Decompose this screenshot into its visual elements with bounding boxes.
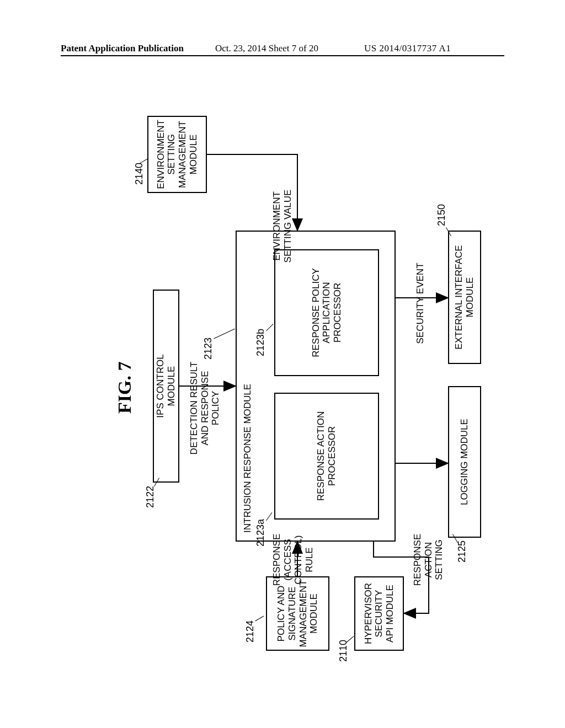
header-rule bbox=[61, 55, 504, 56]
box-env-setting-mgmt: ENVIRONMENT SETTING MANAGEMENT MODULE bbox=[147, 116, 207, 193]
label-response-action-setting: RESPONSE ACTION SETTING bbox=[412, 532, 445, 587]
box-policy-sig-mgmt: POLICY AND SIGNATURE MANAGEMENT MODULE bbox=[266, 576, 329, 651]
ref-hypervisor-api: 2110 bbox=[338, 640, 349, 662]
label-security-event: SECURITY EVENT bbox=[415, 262, 426, 345]
figure-title: FIG. 7 bbox=[114, 362, 135, 414]
ref-ips-control: 2122 bbox=[145, 486, 156, 508]
figure-area: FIG. 7 IPS CONTROL MODULE 2122 INTRUSION… bbox=[62, 88, 503, 673]
box-response-policy-proc-text: RESPONSE POLICY APPLICATION PROCESSOR bbox=[311, 268, 343, 357]
box-external-interface: EXTERNAL INTERFACE MODULE bbox=[448, 231, 481, 364]
tick-policy-sig-mgmt bbox=[255, 616, 264, 622]
header-left: Patent Application Publication bbox=[61, 43, 184, 54]
box-env-setting-mgmt-text: ENVIRONMENT SETTING MANAGEMENT MODULE bbox=[156, 120, 199, 189]
box-intrusion-response-title: INTRUSION RESPONSE MODULE bbox=[242, 384, 253, 533]
box-hypervisor-api-text: HYPERVISOR SECURITY API MODULE bbox=[363, 583, 396, 644]
box-policy-sig-mgmt-text: POLICY AND SIGNATURE MANAGEMENT MODULE bbox=[276, 580, 319, 647]
label-env-setting-value: ENVIRONMENT SETTING VALUE bbox=[271, 188, 293, 265]
box-ips-control: IPS CONTROL MODULE bbox=[153, 290, 179, 483]
ref-env-setting-mgmt: 2140 bbox=[134, 163, 145, 185]
header-middle: Oct. 23, 2014 Sheet 7 of 20 bbox=[215, 43, 318, 54]
box-logging: LOGGING MODULE bbox=[448, 386, 481, 538]
ref-logging: 2125 bbox=[456, 540, 468, 563]
box-hypervisor-api: HYPERVISOR SECURITY API MODULE bbox=[354, 576, 404, 651]
figure-rotated: FIG. 7 IPS CONTROL MODULE 2122 INTRUSION… bbox=[114, 110, 539, 662]
header-right: US 2014/0317737 A1 bbox=[364, 43, 451, 54]
label-response-rule: RESPONSE (ACCESS CONTROL) RULE bbox=[271, 532, 315, 587]
page: Patent Application Publication Oct. 23, … bbox=[0, 0, 565, 728]
box-response-action-proc: RESPONSE ACTION PROCESSOR bbox=[274, 393, 379, 520]
ref-response-action-proc: 2123a bbox=[255, 519, 266, 547]
box-external-interface-text: EXTERNAL INTERFACE MODULE bbox=[454, 245, 475, 349]
box-logging-text: LOGGING MODULE bbox=[459, 419, 470, 505]
ref-policy-sig-mgmt: 2124 bbox=[244, 620, 256, 643]
box-response-action-proc-text: RESPONSE ACTION PROCESSOR bbox=[316, 411, 337, 501]
box-response-policy-proc: RESPONSE POLICY APPLICATION PROCESSOR bbox=[274, 249, 379, 376]
label-detection-result: DETECTION RESULT AND RESPONSE POLICY bbox=[189, 353, 221, 463]
tick-intrusion-response bbox=[214, 329, 234, 339]
ref-response-policy-proc: 2123b bbox=[255, 329, 266, 356]
ref-external-interface: 2150 bbox=[436, 204, 447, 226]
box-ips-control-text: IPS CONTROL MODULE bbox=[155, 354, 177, 417]
